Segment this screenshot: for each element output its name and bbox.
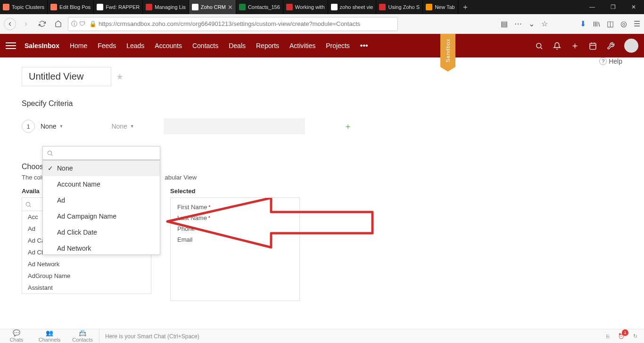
calendar-icon[interactable] (588, 41, 597, 50)
selected-label: Selected (170, 188, 300, 195)
svg-point-3 (48, 151, 51, 155)
more-nav[interactable]: ••• (360, 41, 368, 50)
dropdown-option[interactable]: None (43, 160, 160, 176)
back-button[interactable] (4, 18, 16, 30)
nav-contacts[interactable]: Contacts (192, 42, 218, 49)
browser-navbar: ⓘ 🛡 🔒 https://crmsandbox.zoho.com/crm/or… (0, 14, 644, 34)
view-title-input[interactable]: Untitled View (22, 67, 111, 86)
reload-button[interactable] (36, 18, 48, 30)
lock-icon: 🔒 (89, 20, 97, 27)
bottom-chats[interactable]: 💬Chats (0, 330, 33, 342)
nav-feeds[interactable]: Feeds (98, 42, 116, 49)
sidebar-icon[interactable]: ◫ (607, 19, 614, 28)
browser-tab[interactable]: Working with (283, 0, 328, 14)
tools-icon[interactable] (606, 41, 615, 50)
window-maximize[interactable]: ❐ (603, 4, 623, 10)
downloads-icon[interactable]: ⬇ (580, 19, 586, 28)
dropdown-option[interactable]: Ad Campaign Name (43, 208, 160, 224)
browser-tab-strip: Topic ClustersEdit Blog PosFwd: RAPPERMa… (0, 0, 644, 14)
nav-leads[interactable]: Leads (126, 42, 144, 49)
avatar[interactable] (624, 39, 638, 53)
selected-item[interactable]: First Name (171, 202, 299, 212)
svg-point-0 (536, 43, 541, 48)
bell-icon[interactable] (553, 41, 561, 50)
add-criteria-button[interactable]: ＋ (344, 121, 352, 132)
nav-accounts[interactable]: Accounts (155, 42, 182, 49)
selected-item[interactable]: Last Name (171, 212, 299, 223)
dropdown-option[interactable]: Ad Click Date (43, 224, 160, 240)
selected-item[interactable]: Email (171, 234, 299, 245)
add-icon[interactable] (570, 41, 579, 50)
new-tab-button[interactable]: ＋ (458, 2, 472, 12)
nav-home[interactable]: Home (70, 42, 87, 49)
more-icon[interactable]: ⋯ (514, 19, 522, 28)
chat-history-icon[interactable]: ↻ (633, 333, 637, 339)
chat-alarm-icon[interactable]: ⏰ (618, 333, 625, 339)
browser-tab[interactable]: Contacts_156 (236, 0, 283, 14)
star-icon[interactable]: ☆ (541, 19, 548, 28)
hamburger-menu[interactable] (6, 42, 16, 49)
criteria-index: 1 (22, 120, 35, 133)
criteria-heading: Specify Criteria (22, 99, 622, 108)
criteria-value-input[interactable] (164, 118, 305, 134)
reader-icon[interactable]: ▤ (501, 19, 508, 28)
selected-list[interactable]: First NameLast NamePhoneEmail (170, 197, 300, 301)
field-dropdown-panel: NoneAccount NameAdAd Campaign NameAd Cli… (42, 146, 160, 255)
pocket-icon[interactable]: ⌄ (528, 19, 535, 28)
nav-projects[interactable]: Projects (326, 42, 350, 49)
browser-tab[interactable]: Using Zoho S (376, 0, 423, 14)
info-icon: ⓘ (71, 20, 77, 28)
dropdown-option[interactable]: Ad Network (43, 240, 160, 254)
nav-reports[interactable]: Reports (256, 42, 279, 49)
library-icon[interactable] (593, 20, 600, 28)
help-link[interactable]: ?Help (599, 57, 622, 65)
browser-tab[interactable]: Fwd: RAPPER (94, 0, 143, 14)
dropdown-option[interactable]: Account Name (43, 176, 160, 192)
selected-item[interactable]: Phone (171, 223, 299, 234)
nav-activities[interactable]: Activities (289, 42, 315, 49)
smart-chat-input[interactable]: Here is your Smart Chat (Ctrl+Space) (99, 329, 606, 343)
browser-tab[interactable]: Managing Lis (143, 0, 189, 14)
window-close[interactable]: ✕ (623, 4, 644, 10)
browser-tab[interactable]: Zoho CRM✕ (189, 0, 236, 14)
available-item[interactable]: Assistant (22, 282, 151, 294)
criteria-field-dropdown[interactable]: None▼ (41, 122, 63, 130)
window-minimize[interactable]: — (582, 4, 603, 10)
favorite-star[interactable]: ★ (116, 72, 124, 82)
app-header: SalesInboxHomeFeedsLeadsAccountsContacts… (0, 34, 644, 57)
svg-rect-1 (590, 43, 596, 49)
forward-button[interactable] (20, 18, 32, 30)
extension-icon[interactable]: ◎ (620, 19, 627, 28)
url-bar[interactable]: ⓘ 🛡 🔒 https://crmsandbox.zoho.com/crm/or… (68, 17, 398, 31)
bottom-bar: 💬Chats👥Channels📇Contacts Here is your Sm… (0, 329, 644, 343)
criteria-condition-dropdown[interactable]: None▼ (111, 122, 134, 130)
dropdown-option[interactable]: Ad (43, 192, 160, 208)
home-button[interactable] (52, 18, 64, 30)
menu-icon[interactable]: ☰ (634, 19, 640, 28)
available-item[interactable]: Ad Network (22, 258, 151, 270)
nav-salesinbox[interactable]: SalesInbox (25, 42, 59, 49)
search-icon[interactable] (535, 41, 543, 50)
criteria-row: 1 None▼ None▼ ＋ (22, 118, 622, 134)
chat-clip-icon[interactable]: ⎘ (606, 334, 610, 339)
svg-point-2 (26, 202, 30, 206)
browser-tab[interactable]: zoho sheet vie (328, 0, 377, 14)
browser-tab[interactable]: Topic Clusters (0, 0, 48, 14)
browser-tab[interactable]: New Tab (423, 0, 458, 14)
url-text: https://crmsandbox.zoho.com/crm/org66490… (99, 20, 360, 27)
bottom-contacts[interactable]: 📇Contacts (66, 330, 99, 342)
browser-tab[interactable]: Edit Blog Pos (48, 0, 94, 14)
available-item[interactable]: AdGroup Name (22, 270, 151, 282)
shield-icon: 🛡 (79, 20, 85, 27)
nav-deals[interactable]: Deals (229, 42, 246, 49)
bottom-channels[interactable]: 👥Channels (33, 330, 66, 342)
dropdown-search[interactable] (43, 147, 160, 160)
